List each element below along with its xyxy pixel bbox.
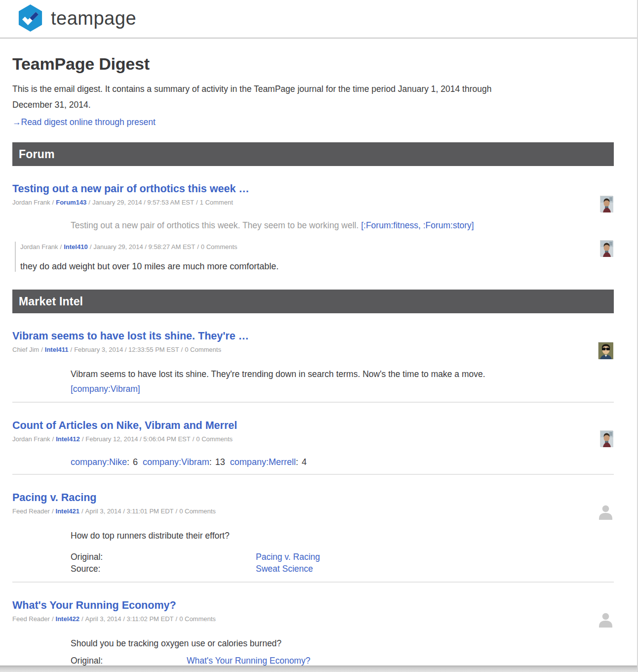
intro-line1: This is the email digest. It contains a … <box>12 84 491 94</box>
section-label: Forum <box>19 148 55 161</box>
tag-link-company-nike[interactable]: company:Nike <box>71 457 127 467</box>
meta-separator: / <box>176 615 178 623</box>
post-title: Count of Articles on Nike, Vibram and Me… <box>12 419 614 432</box>
post-quote: Testing out a new pair of orthotics this… <box>12 219 614 231</box>
avatar-generic-person-icon <box>598 504 614 520</box>
post-title-link[interactable]: Testing out a new pair of orthotics this… <box>12 183 249 195</box>
horizontal-scrollbar[interactable] <box>0 666 637 672</box>
stat-count: 13 <box>215 457 225 467</box>
post-title-link[interactable]: Count of Articles on Nike, Vibram and Me… <box>12 420 237 431</box>
meta-separator: / <box>196 199 198 206</box>
meta-separator: / <box>52 507 54 515</box>
stat-count: 4 <box>302 457 307 467</box>
comment-datetime: January 29, 2014 / 9:58:27 AM EST <box>93 243 195 251</box>
post-pacing: Pacing v. Racing Feed Reader/Intel421/Ap… <box>12 491 614 575</box>
body-text: Vibram seems to have lost its shine. The… <box>71 369 485 379</box>
comment-text: they do add weight but over 10 miles are… <box>20 261 614 272</box>
comment-count: 0 Comments <box>179 615 216 623</box>
meta-separator: / <box>181 346 183 353</box>
post-id-link[interactable]: Intel412 <box>56 435 80 443</box>
row-label: Original: <box>71 551 256 563</box>
stat-colon: : <box>296 457 298 467</box>
post-author: Chief Jim <box>12 346 39 353</box>
tag-line: [company:Vibram] <box>71 381 614 396</box>
post-divider <box>12 402 614 403</box>
meta-separator: / <box>71 346 73 353</box>
section-header-forum: Forum <box>12 142 614 166</box>
source-link[interactable]: Sweat Science <box>256 564 313 574</box>
original-link[interactable]: Pacing v. Racing <box>256 552 320 562</box>
source-table: Original:What's Your Running Economy? <box>12 657 614 665</box>
digest-intro: This is the email digest. It contains a … <box>12 81 614 113</box>
post-title: Pacing v. Racing <box>12 491 614 504</box>
meta-separator: / <box>81 615 83 623</box>
post-author: Jordan Frank <box>12 435 50 443</box>
tag-link-forum-fitness[interactable]: :Forum:fitness <box>363 220 418 230</box>
post-title: Vibram seems to have lost its shine. The… <box>12 330 614 342</box>
meta-separator: / <box>197 243 199 251</box>
tag-separator: , <box>418 220 423 230</box>
post-body: Vibram seems to have lost its shine. The… <box>12 367 614 396</box>
post-datetime: April 3, 2014 / 3:11:02 PM EDT <box>85 615 174 623</box>
post-meta: Feed Reader/Intel421/April 3, 2014 / 3:1… <box>12 507 614 515</box>
source-table: Original:Pacing v. Racing Source:Sweat S… <box>12 551 614 575</box>
meta-separator: / <box>52 615 54 623</box>
meta-separator: / <box>41 346 43 353</box>
post-body: Should you be tracking oxygen use or cal… <box>12 636 614 651</box>
tag-link-forum-story[interactable]: :Forum:story <box>423 220 472 230</box>
post-id-link[interactable]: Forum143 <box>56 199 86 206</box>
original-link[interactable]: What's Your Running Economy? <box>187 656 310 666</box>
comment-count: 0 Comments <box>196 435 233 443</box>
meta-separator: / <box>90 243 92 251</box>
comment-block: Jordan Frank/Intel410/January 29, 2014 /… <box>15 242 614 272</box>
teampage-hexagon-logo-icon <box>16 4 44 34</box>
post-body: How do top runners distribute their effo… <box>12 528 614 543</box>
avatar-jordan-frank <box>600 196 613 212</box>
post-id-link[interactable]: Intel421 <box>56 507 80 515</box>
table-row: Original:What's Your Running Economy? <box>71 657 614 665</box>
post-divider <box>12 474 614 475</box>
post-datetime: January 29, 2014 / 9:57:53 AM EST <box>92 199 194 206</box>
section-header-market-intel: Market Intel <box>12 290 614 313</box>
meta-separator: / <box>193 435 195 443</box>
post-title-link[interactable]: What's Your Running Economy? <box>12 599 176 611</box>
digest-content: TeamPage Digest This is the email digest… <box>0 54 637 665</box>
comment-count: 0 Comments <box>185 346 221 353</box>
article-count-stats: company:Nike:6company:Vibram:13company:M… <box>12 456 614 468</box>
post-title: Testing out a new pair of orthotics this… <box>12 182 614 195</box>
tag-link-company-merrell[interactable]: company:Merrell <box>230 457 296 467</box>
post-author: Feed Reader <box>12 615 50 623</box>
digest-page: teampage TeamPage Digest This is the ema… <box>0 0 638 672</box>
avatar-jordan-frank <box>600 430 613 447</box>
tag-link-company-vibram[interactable]: company:Vibram <box>143 457 209 467</box>
post-author: Feed Reader <box>12 507 50 515</box>
comment-count: 0 Comments <box>201 243 238 251</box>
avatar-jordan-frank <box>600 240 613 256</box>
post-datetime: April 3, 2014 / 3:11:01 PM EDT <box>85 507 174 515</box>
post-count-articles: Count of Articles on Nike, Vibram and Me… <box>12 419 614 468</box>
post-id-link[interactable]: Intel422 <box>56 615 80 623</box>
meta-separator: / <box>60 243 62 251</box>
post-title-link[interactable]: Pacing v. Racing <box>12 492 96 504</box>
post-orthotics: Testing out a new pair of orthotics this… <box>12 182 614 272</box>
site-header: teampage <box>0 0 637 39</box>
meta-separator: / <box>52 435 54 443</box>
stat-colon: : <box>209 457 212 467</box>
brand-wordmark: teampage <box>51 8 136 29</box>
post-author: Jordan Frank <box>12 199 50 206</box>
stat-colon: : <box>127 457 129 467</box>
tag-bracket-close: ] <box>472 220 474 230</box>
meta-separator: / <box>52 199 54 206</box>
section-label: Market Intel <box>19 295 83 308</box>
post-divider <box>12 582 614 583</box>
tag-link-company-vibram[interactable]: [company:Vibram] <box>71 384 140 394</box>
post-datetime: February 12, 2014 / 5:06:04 PM EST <box>85 435 190 443</box>
page-title: TeamPage Digest <box>12 54 614 74</box>
post-meta: Feed Reader/Intel422/April 3, 2014 / 3:1… <box>12 615 614 623</box>
post-meta: Jordan Frank/Intel412/February 12, 2014 … <box>12 435 614 443</box>
meta-separator: / <box>88 199 90 206</box>
post-title-link[interactable]: Vibram seems to have lost its shine. The… <box>12 330 249 342</box>
post-id-link[interactable]: Intel411 <box>45 346 69 353</box>
comment-id-link[interactable]: Intel410 <box>64 243 87 251</box>
read-digest-online-link[interactable]: →Read digest online through present <box>12 117 156 127</box>
